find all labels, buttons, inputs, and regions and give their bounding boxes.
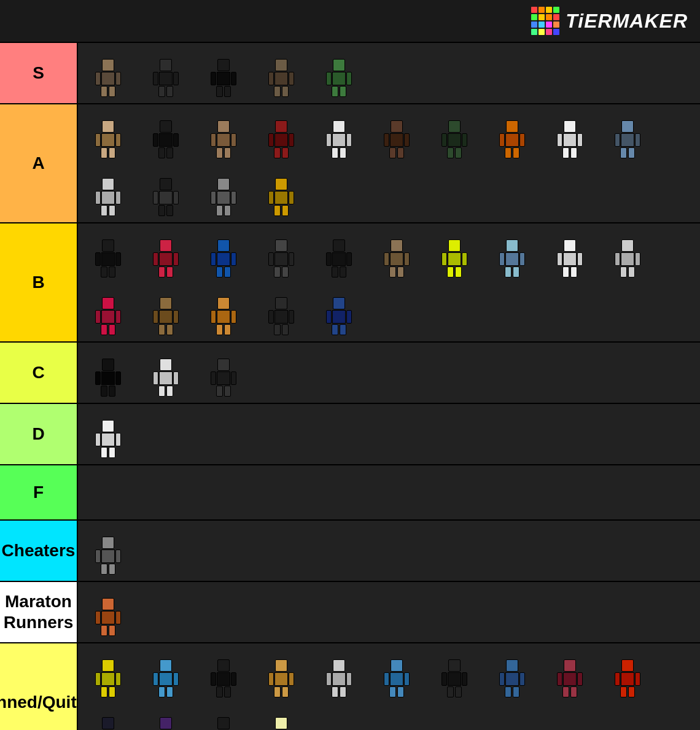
avatar-slot	[80, 284, 136, 339]
avatar-slot	[484, 226, 540, 281]
avatar-slot	[80, 406, 136, 462]
avatar-slot	[484, 646, 540, 701]
avatar-slot	[254, 45, 309, 101]
avatar-slot	[427, 226, 482, 281]
tier-label-c: C	[0, 343, 77, 403]
avatar-slot	[80, 226, 136, 281]
avatar-slot	[542, 107, 597, 162]
avatar-slot	[196, 345, 251, 400]
avatar-slot	[311, 284, 367, 339]
avatar-slot	[542, 646, 597, 701]
tier-label-d: D	[0, 404, 77, 464]
tier-content-b	[77, 223, 700, 341]
tier-row-f: F	[0, 465, 700, 521]
avatar-slot	[427, 107, 482, 162]
avatar-slot	[254, 704, 309, 730]
avatar-slot	[138, 704, 193, 730]
avatar-slot	[196, 226, 251, 281]
avatar-slot	[254, 226, 309, 281]
avatar-slot	[138, 646, 193, 701]
avatar-slot	[254, 284, 309, 339]
tier-label-maraton: Maraton Runners	[0, 582, 77, 642]
logo-grid-icon	[531, 7, 559, 35]
logo-text: TiERMAKER	[566, 10, 688, 33]
avatar-slot	[138, 226, 193, 281]
avatar-slot	[600, 107, 655, 162]
avatar-slot	[80, 165, 136, 220]
avatar-slot	[254, 646, 309, 701]
avatar-slot	[311, 45, 367, 101]
tier-content-f	[77, 465, 700, 519]
avatar-slot	[600, 646, 655, 701]
avatar-slot	[196, 284, 251, 339]
avatar-slot	[542, 226, 597, 281]
tier-content-c	[77, 343, 700, 403]
avatar-slot	[254, 165, 309, 220]
avatar-slot	[369, 646, 424, 701]
avatar-slot	[311, 226, 367, 281]
avatar-slot	[80, 107, 136, 162]
avatar-slot	[80, 646, 136, 701]
tier-row-maraton: Maraton Runners	[0, 582, 700, 643]
tier-content-cheaters	[77, 521, 700, 581]
avatar-slot	[196, 107, 251, 162]
avatar-slot	[484, 107, 540, 162]
avatar-slot	[196, 704, 251, 730]
tier-label-b: B	[0, 223, 77, 341]
tier-row-b: B	[0, 223, 700, 343]
tier-label-a: A	[0, 104, 77, 222]
avatar-slot	[138, 45, 193, 101]
tier-content-s	[77, 43, 700, 103]
tier-label-cheaters: Cheaters	[0, 521, 77, 581]
tier-row-s: S	[0, 43, 700, 104]
avatar-slot	[138, 165, 193, 220]
tier-row-cheaters: Cheaters	[0, 521, 700, 582]
avatar-slot	[600, 226, 655, 281]
avatar-slot	[138, 345, 193, 400]
tier-row-banned: Banned/Quitted	[0, 643, 700, 730]
avatar-slot	[80, 584, 136, 640]
tier-label-f: F	[0, 465, 77, 519]
tier-row-a: A	[0, 104, 700, 223]
avatar-slot	[369, 226, 424, 281]
avatar-slot	[311, 646, 367, 701]
tier-content-a	[77, 104, 700, 222]
tier-content-banned	[77, 643, 700, 730]
tier-content-d	[77, 404, 700, 464]
avatar-slot	[138, 107, 193, 162]
tier-row-d: D	[0, 404, 700, 465]
tier-label-banned: Banned/Quitted	[0, 643, 77, 730]
page-container: TiERMAKER SABCDFCheatersMaraton RunnersB…	[0, 0, 700, 730]
avatar-slot	[311, 107, 367, 162]
avatar-slot	[138, 284, 193, 339]
header: TiERMAKER	[0, 0, 700, 43]
avatar-slot	[254, 107, 309, 162]
avatar-slot	[80, 523, 136, 578]
avatar-slot	[427, 646, 482, 701]
avatar-slot	[369, 107, 424, 162]
avatar-slot	[196, 165, 251, 220]
tier-row-c: C	[0, 343, 700, 404]
tier-list: SABCDFCheatersMaraton RunnersBanned/Quit…	[0, 43, 700, 730]
tier-content-maraton	[77, 582, 700, 642]
avatar-slot	[80, 704, 136, 730]
tier-label-s: S	[0, 43, 77, 103]
avatar-slot	[80, 45, 136, 101]
avatar-slot	[196, 45, 251, 101]
tiermaker-logo: TiERMAKER	[531, 7, 688, 35]
avatar-slot	[196, 646, 251, 701]
avatar-slot	[80, 345, 136, 400]
